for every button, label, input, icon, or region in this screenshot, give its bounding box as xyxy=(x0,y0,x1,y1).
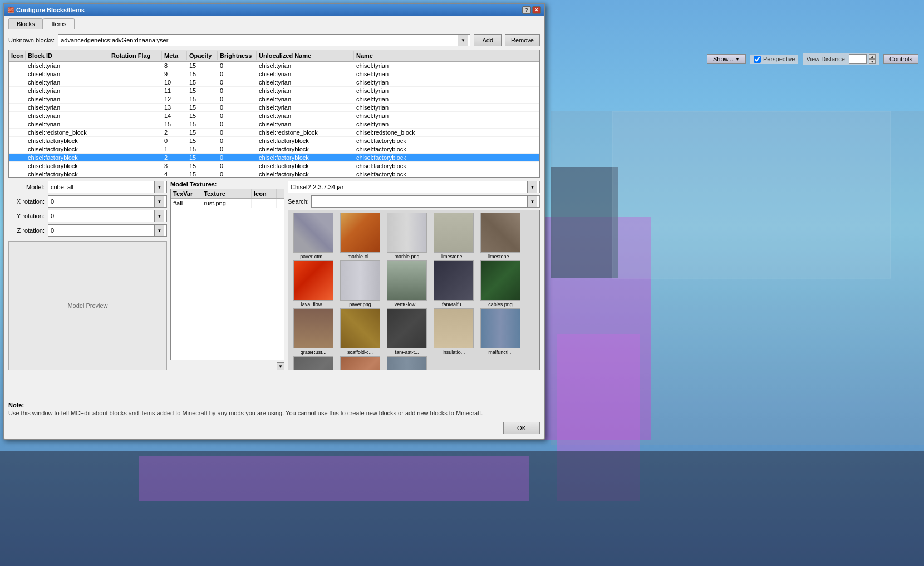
texvar-td-texture: rust.png xyxy=(201,199,252,208)
td-icon xyxy=(9,145,26,153)
texture-jar-combo[interactable]: Chisel2-2.3.7.34.jar ▼ xyxy=(288,181,540,193)
table-row[interactable]: chisel:redstone_block 2 15 0 chisel:reds… xyxy=(9,129,539,137)
table-body: chisel:tyrian 8 15 0 chisel:tyrian chise… xyxy=(9,62,539,177)
search-combo[interactable]: ▼ xyxy=(311,195,540,208)
y-rotation-combo[interactable]: 0 ▼ xyxy=(48,210,167,222)
tab-items[interactable]: Items xyxy=(43,18,75,29)
view-distance-down[interactable]: ▼ xyxy=(869,59,876,64)
td-brightness: 0 xyxy=(218,95,257,103)
note-area: Note: Use this window to tell MCEdit abo… xyxy=(4,398,544,420)
x-rotation-combo[interactable]: 0 ▼ xyxy=(48,195,167,208)
unknown-blocks-arrow[interactable]: ▼ xyxy=(458,35,468,46)
tab-area: Blocks Items xyxy=(4,16,544,29)
note-text: Use this window to tell MCEdit about blo… xyxy=(8,410,540,416)
td-rotation xyxy=(109,120,162,128)
controls-button[interactable]: Controls xyxy=(883,54,918,64)
add-button[interactable]: Add xyxy=(474,34,502,46)
td-brightness: 0 xyxy=(218,78,257,86)
model-arrow[interactable]: ▼ xyxy=(154,181,164,193)
td-blockid: chisel:tyrian xyxy=(26,95,109,103)
table-row[interactable]: chisel:tyrian 11 15 0 chisel:tyrian chis… xyxy=(9,87,539,95)
texvar-row[interactable]: #all rust.png xyxy=(171,199,284,208)
y-rotation-label: Y rotation: xyxy=(8,213,45,219)
ok-row: OK xyxy=(4,420,544,439)
td-meta: 13 xyxy=(162,104,187,111)
view-distance-input[interactable]: 10 xyxy=(849,54,867,64)
col-header-icon: Icon xyxy=(9,51,26,60)
td-meta: 9 xyxy=(162,70,187,78)
texvar-scroll-down[interactable]: ▼ xyxy=(277,362,284,370)
note-title: Note: xyxy=(8,402,24,408)
texture-item[interactable]: insulatio... xyxy=(431,308,476,355)
texture-jar-arrow[interactable]: ▼ xyxy=(527,181,537,193)
tab-blocks[interactable]: Blocks xyxy=(8,18,43,29)
search-arrow[interactable]: ▼ xyxy=(527,196,537,207)
unknown-blocks-combo[interactable]: advancedgenetics:advGen:dnaanalyser ▼ xyxy=(58,34,470,46)
td-opacity: 15 xyxy=(187,95,218,103)
texture-item[interactable]: fanFast-t... xyxy=(384,308,430,355)
x-rotation-row: X rotation: 0 ▼ xyxy=(8,195,167,208)
close-button[interactable]: ✕ xyxy=(532,6,541,14)
td-rotation xyxy=(109,112,162,120)
table-row[interactable]: chisel:tyrian 12 15 0 chisel:tyrian chis… xyxy=(9,95,539,104)
table-row[interactable]: chisel:factoryblock 4 15 0 chisel:factor… xyxy=(9,170,539,177)
td-name: chisel:tyrian xyxy=(354,70,451,78)
texture-name: lava_flow... xyxy=(301,302,326,307)
table-row[interactable]: chisel:tyrian 8 15 0 chisel:tyrian chise… xyxy=(9,62,539,70)
table-row[interactable]: chisel:tyrian 13 15 0 chisel:tyrian chis… xyxy=(9,104,539,112)
table-row[interactable]: chisel:factoryblock 3 15 0 chisel:factor… xyxy=(9,162,539,170)
texture-item[interactable]: fanf... xyxy=(337,356,383,370)
texture-item[interactable]: fanMalfu... xyxy=(431,260,476,307)
table-row[interactable]: chisel:factoryblock 0 15 0 chisel:factor… xyxy=(9,137,539,145)
texture-item[interactable]: lava_flow... xyxy=(291,260,336,307)
ok-button[interactable]: OK xyxy=(503,422,540,434)
show-button[interactable]: Show... ▼ xyxy=(707,54,746,64)
td-unlocalized: chisel:factoryblock xyxy=(257,162,354,170)
texture-item[interactable]: fanFastTr... xyxy=(291,356,336,370)
td-unlocalized: chisel:tyrian xyxy=(257,62,354,70)
texture-grid: paver-ctm... marble-ol... marble.png lim… xyxy=(288,210,540,370)
x-rotation-arrow[interactable]: ▼ xyxy=(154,196,164,207)
table-row[interactable]: chisel:tyrian 14 15 0 chisel:tyrian chis… xyxy=(9,112,539,120)
td-unlocalized: chisel:tyrian xyxy=(257,87,354,95)
texture-item[interactable]: lef... xyxy=(384,356,430,370)
table-row[interactable]: chisel:tyrian 15 15 0 chisel:tyrian chis… xyxy=(9,120,539,129)
texture-item[interactable]: paver.png xyxy=(337,260,383,307)
help-button[interactable]: ? xyxy=(522,6,531,14)
td-rotation xyxy=(109,129,162,136)
texture-item[interactable]: grateRust... xyxy=(291,308,336,355)
view-distance-up[interactable]: ▲ xyxy=(869,54,876,59)
texture-item[interactable]: paver-ctm... xyxy=(291,213,336,259)
model-combo[interactable]: cube_all ▼ xyxy=(48,181,167,193)
perspective-checkbox[interactable] xyxy=(754,56,761,63)
table-row[interactable]: chisel:factoryblock 1 15 0 chisel:factor… xyxy=(9,145,539,154)
z-rotation-arrow[interactable]: ▼ xyxy=(154,225,164,236)
texture-item[interactable]: marble.png xyxy=(384,213,430,259)
svg-rect-6 xyxy=(139,456,529,501)
td-icon xyxy=(9,129,26,136)
middle-panel: Model Textures: TexVar Texture Icon #all… xyxy=(170,181,284,370)
texture-item[interactable]: limestone... xyxy=(431,213,476,259)
table-row[interactable]: chisel:tyrian 10 15 0 chisel:tyrian chis… xyxy=(9,78,539,87)
texture-item[interactable]: scaffold-c... xyxy=(337,308,383,355)
y-rotation-arrow[interactable]: ▼ xyxy=(154,210,164,222)
texture-thumb xyxy=(340,213,380,253)
texture-item[interactable]: ventGlow... xyxy=(384,260,430,307)
texvar-col-texture: Texture xyxy=(201,189,252,198)
texture-thumb xyxy=(387,356,427,370)
td-brightness: 0 xyxy=(218,170,257,177)
col-header-meta: Meta xyxy=(162,51,187,60)
texture-item[interactable]: cables.png xyxy=(478,260,523,307)
z-rotation-combo[interactable]: 0 ▼ xyxy=(48,224,167,237)
td-opacity: 15 xyxy=(187,154,218,161)
td-rotation xyxy=(109,62,162,70)
texture-name: ventGlow... xyxy=(395,302,420,307)
texture-item[interactable]: malfuncti... xyxy=(478,308,523,355)
td-brightness: 0 xyxy=(218,87,257,95)
texture-item[interactable]: marble-ol... xyxy=(337,213,383,259)
table-row[interactable]: chisel:tyrian 9 15 0 chisel:tyrian chise… xyxy=(9,70,539,78)
texture-item[interactable]: limestone... xyxy=(478,213,523,259)
remove-button[interactable]: Remove xyxy=(505,34,540,46)
td-name: chisel:redstone_block xyxy=(354,129,451,136)
table-row[interactable]: chisel:factoryblock 2 15 0 chisel:factor… xyxy=(9,154,539,162)
